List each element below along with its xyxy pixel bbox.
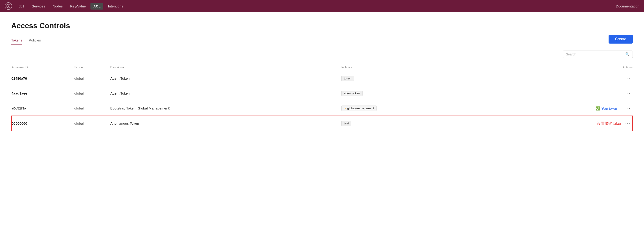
consul-logo xyxy=(5,2,12,10)
navbar: dc1 Services Nodes Key/Value ACL Intenti… xyxy=(0,0,644,12)
your-token-indicator: ✅ Your token xyxy=(596,106,617,111)
scope-3: global xyxy=(74,101,110,116)
actions-4: 设置匿名token ··· xyxy=(477,116,632,131)
nav-nodes[interactable]: Nodes xyxy=(50,3,66,9)
table-row: 01480a70 global Agent Token token ··· xyxy=(12,71,632,86)
page-title: Access Controls xyxy=(11,21,633,30)
col-policies: Policies xyxy=(341,64,477,71)
policy-badge: token xyxy=(341,76,354,81)
actions-3: ✅ Your token ··· xyxy=(477,101,632,116)
actions-2: ··· xyxy=(477,86,632,101)
nav-acl[interactable]: ACL xyxy=(90,3,103,9)
nav-datacenter[interactable]: dc1 xyxy=(16,3,27,9)
your-token-label: Your token xyxy=(602,107,617,110)
search-row: 🔍 xyxy=(11,45,633,60)
search-box: 🔍 xyxy=(563,50,633,58)
nav-intentions[interactable]: Intentions xyxy=(105,3,126,9)
scope-1: global xyxy=(74,71,110,86)
policy-badge-starred: ✦global-management xyxy=(341,106,376,111)
accessor-id-4: 00000000 xyxy=(12,116,74,131)
row-actions-button-2[interactable]: ··· xyxy=(624,90,632,96)
row-actions-button-4[interactable]: ··· xyxy=(623,120,632,126)
nav-services[interactable]: Services xyxy=(29,3,48,9)
accessor-id-3: a0c51f3a xyxy=(12,101,74,116)
chinese-annotation: 设置匿名token xyxy=(597,121,622,126)
col-scope: Scope xyxy=(74,64,110,71)
policies-2: agent-token xyxy=(341,86,477,101)
svg-point-1 xyxy=(8,5,9,7)
check-circle-icon: ✅ xyxy=(596,106,600,111)
create-button[interactable]: Create xyxy=(608,35,633,43)
row-actions-button-3[interactable]: ··· xyxy=(624,105,632,111)
scope-4: global xyxy=(74,116,110,131)
nav-documentation[interactable]: Documentation xyxy=(616,4,639,8)
policies-1: token xyxy=(341,71,477,86)
tab-tokens[interactable]: Tokens xyxy=(11,36,22,45)
main-content: Access Controls Tokens Policies Create 🔍… xyxy=(0,12,644,246)
scope-2: global xyxy=(74,86,110,101)
policy-badge-anon: test xyxy=(341,121,352,126)
col-actions: Actions xyxy=(477,64,632,71)
tabs-row: Tokens Policies Create xyxy=(11,36,633,45)
search-icon: 🔍 xyxy=(625,52,630,56)
description-3: Bootstrap Token (Global Management) xyxy=(110,101,341,116)
table-row-anonymous: 00000000 global Anonymous Token test 设置匿… xyxy=(12,116,632,131)
table-row: a0c51f3a global Bootstrap Token (Global … xyxy=(12,101,632,116)
description-2: Agent Token xyxy=(110,86,341,101)
tokens-table: Accessor ID Scope Description Policies A… xyxy=(11,64,633,131)
actions-1: ··· xyxy=(477,71,632,86)
policies-4: test xyxy=(341,116,477,131)
policy-badge: agent-token xyxy=(341,91,362,96)
accessor-id-1: 01480a70 xyxy=(12,71,74,86)
accessor-id-2: 4aad3aee xyxy=(12,86,74,101)
col-description: Description xyxy=(110,64,341,71)
search-input[interactable] xyxy=(566,52,625,56)
star-icon: ✦ xyxy=(344,106,346,110)
description-1: Agent Token xyxy=(110,71,341,86)
row-actions-button-1[interactable]: ··· xyxy=(624,75,632,81)
policies-3: ✦global-management xyxy=(341,101,477,116)
col-accessor-id: Accessor ID xyxy=(12,64,74,71)
table-container: Accessor ID Scope Description Policies A… xyxy=(11,64,633,131)
table-row: 4aad3aee global Agent Token agent-token … xyxy=(12,86,632,101)
tab-policies[interactable]: Policies xyxy=(29,36,41,45)
description-4: Anonymous Token xyxy=(110,116,341,131)
nav-keyvalue[interactable]: Key/Value xyxy=(68,3,88,9)
